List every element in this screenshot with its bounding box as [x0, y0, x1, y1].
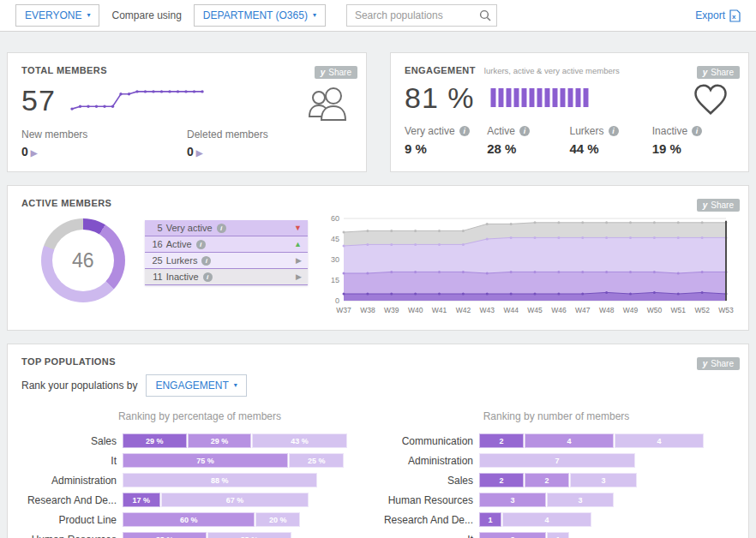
ranking-bar: 223 [479, 473, 638, 487]
svg-text:x: x [732, 13, 736, 21]
share-button[interactable]: y Share [697, 357, 740, 370]
ranking-row-label: Administration [378, 455, 479, 467]
engagement-block [537, 88, 543, 107]
ranking-bar-segment[interactable]: 3 [547, 493, 614, 507]
ranking-bar-segment[interactable]: 4 [525, 433, 614, 448]
compare-dropdown[interactable]: DEPARTMENT (O365) ▾ [194, 4, 326, 27]
heart-icon [692, 82, 729, 117]
engagement-stats: Very activei9 %Activei28 %Lurkersi44 %In… [405, 125, 735, 156]
top-populations-title: TOP POPULATIONS [21, 356, 735, 367]
stat-value: 0▶ [21, 145, 187, 158]
svg-text:W49: W49 [623, 306, 639, 314]
ranking-bar: 38 %38 % [123, 532, 292, 538]
info-icon[interactable]: i [201, 256, 211, 266]
segment-value: 3 [601, 476, 605, 485]
trend-down-icon[interactable]: ▼ [294, 224, 302, 232]
ranking-bar-segment[interactable]: 67 % [161, 493, 309, 507]
arrow-right-icon[interactable]: ▶ [196, 148, 203, 158]
population-dropdown[interactable]: EVERYONE ▾ [15, 4, 99, 27]
ranking-bar: 33 [479, 493, 615, 507]
export-label: Export [695, 9, 725, 21]
ranking-row: Product Line60 %20 % [21, 512, 378, 527]
share-label: Share [711, 68, 734, 77]
segment-value: 38 % [156, 535, 174, 538]
legend-item[interactable]: 5Very activei▼ [145, 220, 308, 236]
legend-item[interactable]: 25Lurkersi▶ [145, 253, 308, 269]
share-button[interactable]: y Share [315, 66, 357, 79]
ranking-row-label: It [21, 455, 123, 467]
search-box [346, 4, 497, 27]
ranking-bar-segment[interactable]: 60 % [123, 512, 255, 527]
svg-text:W53: W53 [718, 306, 734, 314]
search-icon[interactable] [479, 9, 491, 21]
ranking-bar-segment[interactable]: 38 % [207, 532, 291, 538]
svg-text:45: 45 [331, 235, 339, 243]
ranking-bar-segment[interactable]: 4 [615, 433, 704, 448]
arrow-right-icon[interactable]: ▶ [31, 148, 38, 158]
ranking-bar-segment[interactable]: 3 [479, 532, 546, 538]
toolbar: EVERYONE ▾ Compare using DEPARTMENT (O36… [0, 0, 756, 32]
active-members-legend: 5Very activei▼16Activei▲25Lurkersi▶11Ina… [145, 220, 308, 323]
engagement-block [567, 88, 573, 107]
search-input[interactable] [346, 4, 497, 27]
info-icon[interactable]: i [459, 126, 470, 136]
ranking-bar-segment[interactable]: 1 [479, 512, 501, 527]
export-button[interactable]: Export x [695, 9, 741, 22]
stat-item: Very activei9 % [405, 125, 487, 156]
expand-arrow-icon[interactable]: ▶ [296, 256, 302, 265]
info-icon[interactable]: i [692, 126, 702, 136]
ranking-bar-segment[interactable]: 29 % [188, 433, 252, 448]
ranking-bar-segment[interactable]: 1 [547, 532, 569, 538]
legend-count: 11 [151, 272, 163, 282]
ranking-bar-segment[interactable]: 29 % [123, 433, 187, 448]
legend-label: Lurkers [166, 255, 198, 266]
ranking-bar-segment[interactable]: 25 % [289, 453, 344, 468]
total-members-title: TOTAL MEMBERS [21, 65, 352, 75]
share-label: Share [328, 68, 351, 77]
ranking-bar-segment[interactable]: 88 % [123, 473, 317, 487]
trend-up-icon[interactable]: ▲ [294, 240, 302, 248]
expand-arrow-icon[interactable]: ▶ [296, 272, 302, 281]
yammer-icon: y [703, 200, 708, 210]
ranking-bar-segment[interactable]: 38 % [123, 532, 207, 538]
ranking-bar-segment[interactable]: 43 % [252, 433, 347, 448]
ranking-row: Human Resources33 [378, 493, 735, 507]
ranking-bar-segment[interactable]: 17 % [123, 493, 160, 507]
svg-text:0: 0 [335, 296, 339, 305]
total-members-value: 57 [21, 84, 56, 117]
ranking-row-label: Sales [378, 475, 479, 487]
info-icon[interactable]: i [609, 126, 619, 136]
info-icon[interactable]: i [519, 126, 530, 136]
rank-by-dropdown[interactable]: ENGAGEMENT ▾ [146, 374, 246, 397]
ranking-bar-segment[interactable]: 2 [525, 473, 569, 487]
ranking-bar-segment[interactable]: 2 [479, 433, 524, 448]
ranking-bar-segment[interactable]: 3 [570, 473, 637, 487]
ranking-bar-segment[interactable]: 3 [479, 493, 546, 507]
ranking-bar-segment[interactable]: 2 [479, 473, 524, 487]
ranking-bar-segment[interactable]: 7 [479, 453, 635, 468]
svg-text:W46: W46 [551, 306, 567, 314]
stat-item: Activei28 % [487, 125, 569, 156]
segment-value: 2 [499, 476, 503, 485]
chevron-down-icon: ▾ [234, 382, 237, 389]
info-icon[interactable]: i [217, 224, 226, 233]
ranking-row: Communication244 [378, 433, 735, 448]
legend-item[interactable]: 11Inactivei▶ [145, 269, 308, 285]
ranking-percentage-title: Ranking by percentage of members [21, 410, 378, 422]
yammer-icon: y [703, 68, 708, 77]
info-icon[interactable]: i [196, 240, 206, 249]
ranking-bar-segment[interactable]: 75 % [123, 453, 288, 468]
segment-value: 29 % [211, 437, 229, 445]
ranking-bar-segment[interactable]: 20 % [255, 512, 299, 527]
legend-item[interactable]: 16Activei▲ [145, 236, 308, 253]
engagement-block [560, 88, 566, 107]
total-members-card: TOTAL MEMBERS y Share 57 New members0▶De… [7, 52, 367, 172]
ranking-row: Sales223 [378, 473, 735, 487]
active-members-trend-chart: 015304560W37W38W39W40W41W42W43W44W45W46W… [321, 212, 735, 320]
share-button[interactable]: y Share [697, 199, 740, 212]
ranking-bar-segment[interactable]: 4 [502, 512, 591, 527]
segment-value: 4 [544, 516, 549, 524]
info-icon[interactable]: i [203, 272, 213, 282]
share-button[interactable]: y Share [697, 66, 740, 79]
engagement-block [513, 88, 519, 107]
